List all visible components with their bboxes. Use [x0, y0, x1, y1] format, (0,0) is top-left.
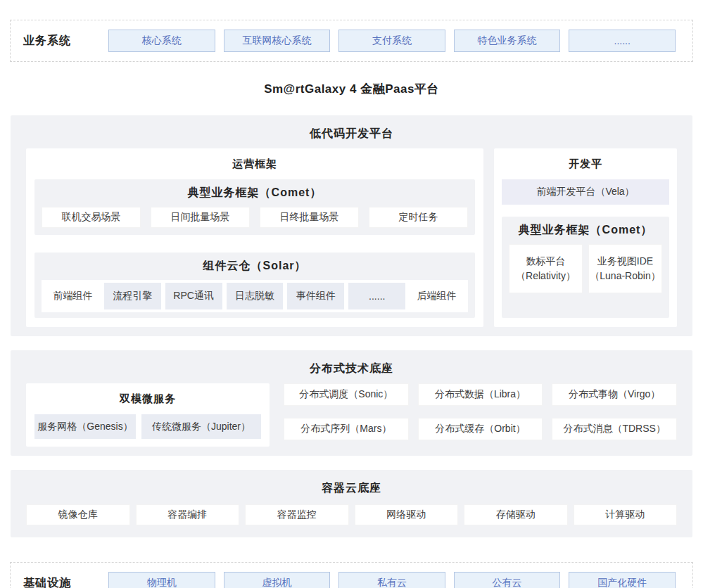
business-systems-row: 业务系统 核心系统 互联网核心系统 支付系统 特色业务系统 ...... — [10, 20, 693, 62]
chip-compute-driver: 计算驱动 — [574, 504, 678, 525]
chip-luna-robin-ide: 业务视图IDE （Luna-Robin） — [588, 244, 662, 293]
chip-virgo-transaction: 分布式事物（Virgo） — [552, 383, 677, 406]
section-container-title: 容器云底座 — [26, 477, 677, 503]
chip-network-driver: 网络驱动 — [355, 504, 459, 525]
business-systems-label: 业务系统 — [23, 34, 100, 49]
chip-jupiter-microservice: 传统微服务（Jupiter） — [141, 414, 261, 439]
dual-mode-microservice-box: 双模微服务 服务网格（Genesis） 传统微服务（Jupiter） — [26, 383, 270, 447]
chip-image-registry: 镜像仓库 — [26, 504, 130, 525]
business-system-core: 核心系统 — [108, 30, 215, 52]
business-system-more: ...... — [569, 30, 676, 52]
chip-backend-component: 后端组件 — [410, 283, 464, 309]
chip-log-masking: 日志脱敏 — [227, 283, 284, 309]
infra-public-cloud: 公有云 — [454, 572, 561, 588]
comet-framework-title: 典型业务框架（Comet） — [42, 179, 468, 207]
business-system-special: 特色业务系统 — [454, 30, 561, 52]
infra-domestic-hardware: 国产化硬件 — [569, 572, 676, 588]
dev-comet-title: 典型业务框架（Comet） — [509, 217, 662, 244]
chip-tdrss-message: 分布式消息（TDRSS） — [552, 418, 677, 440]
comet-chip-row: 联机交易场景 日间批量场景 日终批量场景 定时任务 — [42, 207, 468, 231]
chip-event-component: 事件组件 — [287, 283, 344, 309]
chip-solar-more: ...... — [348, 283, 405, 309]
dev-platform-title: 开发平 — [502, 148, 669, 179]
operation-framework-title: 运营框架 — [34, 148, 475, 179]
business-system-payment: 支付系统 — [338, 30, 445, 52]
chip-sonic-scheduling: 分布式调度（Sonic） — [284, 383, 409, 406]
section-distributed-base: 分布式技术底座 双模微服务 服务网格（Genesis） 传统微服务（Jupite… — [11, 350, 692, 456]
chip-luna-robin-line2: （Luna-Robin） — [590, 269, 660, 283]
chip-libra-data: 分布式数据（Libra） — [418, 383, 543, 406]
chip-scheduled-task: 定时任务 — [369, 207, 468, 228]
lowcode-content: 运营框架 典型业务框架（Comet） 联机交易场景 日间批量场景 日终批量场景 … — [26, 148, 677, 327]
dual-mode-chip-row: 服务网格（Genesis） 传统微服务（Jupiter） — [34, 414, 261, 439]
platform-title: Sm@rtGalaxy 4 金融Paas平台 — [10, 62, 693, 115]
distributed-content: 双模微服务 服务网格（Genesis） 传统微服务（Jupiter） 分布式调度… — [26, 383, 677, 447]
chip-endofday-batch: 日终批量场景 — [260, 207, 359, 228]
architecture-diagram: 业务系统 核心系统 互联网核心系统 支付系统 特色业务系统 ...... Sm@… — [0, 0, 703, 588]
infra-physical-machine: 物理机 — [108, 572, 215, 588]
chip-vela-frontend-platform: 前端开发平台（Vela） — [502, 179, 669, 205]
chip-online-transaction: 联机交易场景 — [42, 207, 141, 228]
section-lowcode-title: 低代码开发平台 — [26, 122, 677, 148]
section-container-base: 容器云底座 镜像仓库 容器编排 容器监控 网络驱动 存储驱动 计算驱动 — [11, 470, 692, 537]
infrastructure-row: 基础设施 物理机 虚拟机 私有云 公有云 国产化硬件 — [10, 562, 693, 588]
distributed-services-grid: 分布式调度（Sonic） 分布式数据（Libra） 分布式事物（Virgo） 分… — [284, 383, 677, 447]
chip-luna-robin-line1: 业务视图IDE — [597, 254, 653, 269]
chip-daytime-batch: 日间批量场景 — [151, 207, 250, 228]
chip-container-orchestration: 容器编排 — [136, 504, 240, 525]
section-distributed-title: 分布式技术底座 — [26, 357, 677, 383]
chip-genesis-service-mesh: 服务网格（Genesis） — [34, 414, 136, 439]
chip-process-engine: 流程引擎 — [104, 283, 161, 309]
chip-orbit-cache: 分布式缓存（Orbit） — [418, 418, 543, 440]
chip-storage-driver: 存储驱动 — [464, 504, 568, 525]
solar-warehouse-box: 组件云仓（Solar） 前端组件 流程引擎 RPC通讯 日志脱敏 事件组件 ..… — [34, 253, 475, 318]
chip-container-monitoring: 容器监控 — [245, 504, 349, 525]
solar-warehouse-title: 组件云仓（Solar） — [42, 253, 468, 280]
container-chip-row: 镜像仓库 容器编排 容器监控 网络驱动 存储驱动 计算驱动 — [26, 503, 677, 528]
comet-framework-box: 典型业务框架（Comet） 联机交易场景 日间批量场景 日终批量场景 定时任务 — [34, 179, 475, 235]
chip-mars-sequence: 分布式序列（Mars） — [284, 418, 409, 440]
infrastructure-label: 基础设施 — [23, 576, 100, 588]
dual-mode-title: 双模微服务 — [34, 383, 261, 414]
business-system-internet-core: 互联网核心系统 — [224, 30, 331, 52]
infra-virtual-machine: 虚拟机 — [224, 572, 331, 588]
chip-relativity-line1: 数标平台 — [526, 254, 566, 269]
dev-comet-chip-row: 数标平台 （Relativity） 业务视图IDE （Luna-Robin） — [509, 244, 662, 295]
operation-framework-box: 运营框架 典型业务框架（Comet） 联机交易场景 日间批量场景 日终批量场景 … — [26, 148, 483, 327]
dev-platform-box: 开发平 前端开发平台（Vela） 典型业务框架（Comet） 数标平台 （Rel… — [494, 148, 677, 327]
section-lowcode-platform: 低代码开发平台 运营框架 典型业务框架（Comet） 联机交易场景 日间批量场景… — [11, 115, 692, 336]
chip-relativity-platform: 数标平台 （Relativity） — [509, 244, 583, 293]
solar-chip-strip: 前端组件 流程引擎 RPC通讯 日志脱敏 事件组件 ...... 后端组件 — [42, 280, 468, 312]
dev-comet-box: 典型业务框架（Comet） 数标平台 （Relativity） 业务视图IDE … — [502, 217, 669, 318]
infra-private-cloud: 私有云 — [338, 572, 445, 588]
chip-frontend-component: 前端组件 — [46, 283, 100, 309]
chip-rpc-communication: RPC通讯 — [165, 283, 222, 309]
chip-relativity-line2: （Relativity） — [516, 269, 576, 283]
